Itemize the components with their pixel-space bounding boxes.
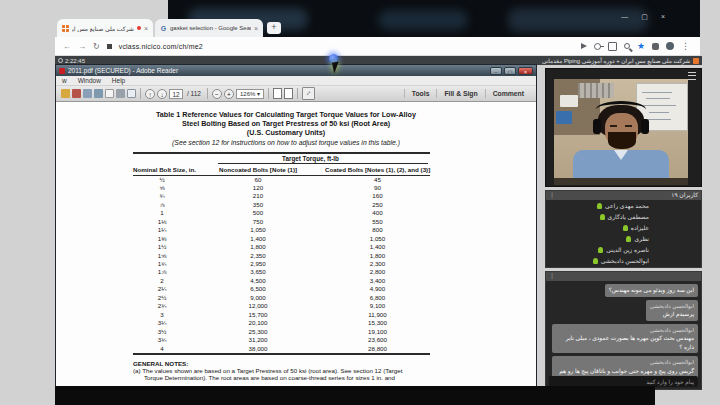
headphone-cup <box>641 119 649 134</box>
chat-message: ابوالحسن دادبخشی مهندس بحث کوپن مهره ها … <box>552 324 698 354</box>
table-row: ⅞350250 <box>133 201 430 209</box>
chat-menu-icon[interactable]: ⋮ <box>549 272 555 281</box>
bookmark-star-icon[interactable]: ★ <box>637 42 645 51</box>
participant-status-icon <box>593 258 598 264</box>
tab-close-icon[interactable]: × <box>144 25 148 32</box>
participant-status-icon <box>597 203 602 209</box>
back-icon[interactable]: ← <box>63 42 71 51</box>
chat-message-text: این سه روز ویدئو می مونه مهندس؟ <box>609 287 694 293</box>
translate-icon[interactable] <box>608 42 617 51</box>
pdf-titlebar[interactable]: 2011.pdf (SECURED) - Adobe Reader – ▢ × <box>56 65 536 76</box>
presenter-video <box>554 79 688 185</box>
chat-sender-name: ابوالحسن دادبخشی <box>556 326 694 334</box>
media-extension-icon[interactable] <box>581 43 587 49</box>
screenshare-bottom-band <box>55 386 655 405</box>
chat-message: ابوالحسن دادبخشی پرسیدم ازش <box>646 300 698 321</box>
participants-menu-icon[interactable]: ⋮ <box>549 191 555 200</box>
browser-menu-icon[interactable]: ⋮ <box>681 42 690 51</box>
previous-page-icon[interactable]: ↑ <box>145 89 155 99</box>
window-control-icon[interactable]: — <box>621 13 628 20</box>
video-blur-blob <box>378 10 468 30</box>
screenshot-root: —▢× شرکت ملی صنایع مس ایران - حوزه × G g… <box>0 0 720 405</box>
open-file-icon[interactable] <box>61 89 70 98</box>
zoom-in-icon[interactable]: + <box>224 89 234 99</box>
pdf-panel-button[interactable]: Comment <box>485 89 531 98</box>
fit-page-icon[interactable] <box>284 88 293 99</box>
panel-menu-icon[interactable] <box>688 72 696 80</box>
print-icon[interactable] <box>116 89 125 98</box>
pdf-maximize-button[interactable]: ▢ <box>504 67 516 75</box>
participants-panel: ⋮ کاربران ۱۹ محمد مهدی راعی مصطفی یادگار… <box>545 190 702 268</box>
participant-name: محمد مهدی راعی <box>605 202 649 209</box>
tab-vclass[interactable]: شرکت ملی صنایع مس ایران - حوزه × <box>57 19 153 37</box>
window-control-icon[interactable]: ▢ <box>641 13 648 20</box>
url-text[interactable]: vclass.nicico.com/ch/me2 <box>119 43 203 50</box>
session-timer: 2:22:45 <box>58 58 85 64</box>
headphone-cup <box>593 119 601 134</box>
participant-row[interactable]: ناصره زین الدینی <box>546 244 701 255</box>
zoom-level-select[interactable]: 126% ▾ <box>236 89 264 99</box>
next-page-icon[interactable]: ↓ <box>157 89 167 99</box>
edit-icon[interactable] <box>83 89 92 98</box>
chat-header[interactable]: ⋮ <box>546 272 701 281</box>
pdf-menu-item[interactable]: Help <box>112 77 125 84</box>
pdf-close-button[interactable]: × <box>518 67 533 75</box>
tab-google-search[interactable]: G gasket selection - Google Search × <box>155 19 263 37</box>
site-info-icon[interactable] <box>107 44 112 49</box>
zoom-out-icon[interactable]: − <box>212 89 222 99</box>
recording-dot-icon <box>137 26 141 30</box>
forward-icon[interactable]: → <box>78 42 86 51</box>
pdf-menu-item[interactable]: w <box>62 77 67 84</box>
chat-sender-name: ابوالحسن دادبخشی <box>650 302 694 310</box>
participant-status-icon <box>623 225 628 231</box>
save-icon[interactable] <box>72 89 81 98</box>
table-row: 1¾2,9502,300 <box>133 260 430 268</box>
vclass-course-title: شرکت ملی صنایع مس ایران + دوره آموزشی Pi… <box>542 58 690 64</box>
vclass-title-area: شرکت ملی صنایع مس ایران + دوره آموزشی Pi… <box>542 58 699 64</box>
adobe-reader-window: 2011.pdf (SECURED) - Adobe Reader – ▢ × … <box>55 64 537 386</box>
participant-name: علیزاده <box>631 224 649 231</box>
page-icon[interactable] <box>105 89 114 98</box>
pdf-right-buttons: ToolsFill & SignComment <box>404 89 531 98</box>
email-icon[interactable] <box>127 89 136 98</box>
pdf-minimize-button[interactable]: – <box>490 67 502 75</box>
chat-message: این سه روز ویدئو می مونه مهندس؟ <box>605 284 698 297</box>
page-number-input[interactable]: 12 <box>169 89 183 99</box>
table-title: Table 1 Reference Values for Calculating… <box>96 110 476 137</box>
table-row: 315,70011,900 <box>133 311 430 319</box>
captured-window-controls[interactable]: —▢× <box>621 13 665 20</box>
tab-close-icon[interactable]: × <box>254 25 258 32</box>
participant-row[interactable]: ابوالحسن دادبخشی <box>546 255 701 266</box>
chat-message-text: مهندس بحث کوپن مهره ها بصورت عمودی ، میل… <box>566 335 694 350</box>
participants-header[interactable]: ⋮ کاربران ۱۹ <box>546 191 701 200</box>
table-row: 2¼6,5004,900 <box>133 285 430 293</box>
participant-row[interactable]: مصطفی یادگاری <box>546 211 701 222</box>
pdf-menu-item[interactable]: Window <box>78 77 101 84</box>
participant-row[interactable]: محمد مهدی راعی <box>546 200 701 211</box>
table-subtitle: (See section 12 for instructions on how … <box>96 139 476 146</box>
participant-name: نظری <box>634 235 649 242</box>
tab-title: gasket selection - Google Search <box>170 25 251 31</box>
participant-status-icon <box>600 214 605 220</box>
profile-avatar-icon[interactable] <box>666 42 674 50</box>
pdf-menubar: wWindowHelp <box>56 76 536 86</box>
fit-width-icon[interactable] <box>273 88 282 99</box>
mouse-cursor <box>333 62 340 73</box>
pdf-panel-button[interactable]: Tools <box>404 89 437 98</box>
participant-row[interactable]: نظری <box>546 233 701 244</box>
window-control-icon[interactable]: × <box>661 13 665 20</box>
pdf-panel-button[interactable]: Fill & Sign <box>436 89 484 98</box>
fullscreen-icon[interactable]: ↕ <box>302 87 315 100</box>
participant-status-icon <box>598 247 603 253</box>
table-row: 2½9,0006,800 <box>133 294 430 302</box>
general-notes: GENERAL NOTES: (a) The values shown are … <box>133 360 463 381</box>
search-icon[interactable] <box>624 43 630 49</box>
table-header-row: Nominal Bolt Size, in. Noncoated Bolts [… <box>133 164 430 175</box>
password-key-icon[interactable] <box>594 43 601 50</box>
video-blur-blob <box>508 8 648 32</box>
new-tab-button[interactable]: + <box>267 22 281 34</box>
refresh-icon[interactable]: ↻ <box>93 42 100 51</box>
cloud-icon[interactable] <box>94 89 103 98</box>
extensions-puzzle-icon[interactable] <box>652 43 659 50</box>
participant-row[interactable]: علیزاده <box>546 222 701 233</box>
